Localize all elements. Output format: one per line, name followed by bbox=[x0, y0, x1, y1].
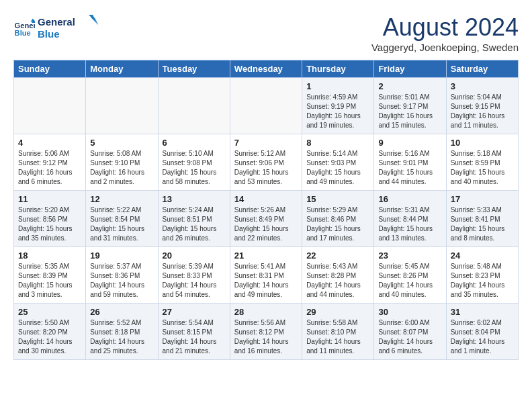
logo-text: General Blue bbox=[38, 13, 98, 43]
day-content: Sunrise: 5:41 AM Sunset: 8:31 PM Dayligh… bbox=[234, 262, 298, 300]
day-content: Sunrise: 5:26 AM Sunset: 8:49 PM Dayligh… bbox=[234, 205, 298, 243]
calendar-day-cell: 22Sunrise: 5:43 AM Sunset: 8:28 PM Dayli… bbox=[302, 247, 374, 304]
day-content: Sunrise: 5:29 AM Sunset: 8:46 PM Dayligh… bbox=[306, 205, 369, 243]
day-number: 14 bbox=[234, 194, 298, 204]
logo: General Blue General Blue bbox=[13, 13, 98, 43]
month-title: August 2024 bbox=[371, 13, 519, 42]
day-content: Sunrise: 5:45 AM Sunset: 8:26 PM Dayligh… bbox=[378, 262, 441, 300]
weekday-header-saturday: Saturday bbox=[446, 60, 518, 78]
calendar-day-cell: 28Sunrise: 5:56 AM Sunset: 8:12 PM Dayli… bbox=[230, 304, 302, 360]
day-content: Sunrise: 5:01 AM Sunset: 9:17 PM Dayligh… bbox=[378, 93, 441, 130]
day-number: 4 bbox=[18, 138, 81, 148]
calendar-week-row: 4Sunrise: 5:06 AM Sunset: 9:12 PM Daylig… bbox=[14, 134, 519, 191]
day-content: Sunrise: 5:37 AM Sunset: 8:36 PM Dayligh… bbox=[90, 262, 153, 300]
weekday-header-monday: Monday bbox=[86, 60, 158, 78]
calendar-day-cell: 4Sunrise: 5:06 AM Sunset: 9:12 PM Daylig… bbox=[14, 134, 86, 191]
day-number: 20 bbox=[163, 250, 226, 261]
day-content: Sunrise: 5:10 AM Sunset: 9:08 PM Dayligh… bbox=[163, 149, 226, 187]
calendar-day-cell: 26Sunrise: 5:52 AM Sunset: 8:18 PM Dayli… bbox=[86, 304, 158, 360]
day-number: 5 bbox=[90, 138, 153, 148]
svg-text:General: General bbox=[38, 16, 75, 28]
day-content: Sunrise: 5:52 AM Sunset: 8:18 PM Dayligh… bbox=[90, 318, 153, 356]
day-content: Sunrise: 5:50 AM Sunset: 8:20 PM Dayligh… bbox=[18, 318, 81, 356]
calendar-week-row: 25Sunrise: 5:50 AM Sunset: 8:20 PM Dayli… bbox=[14, 304, 519, 360]
svg-marker-7 bbox=[91, 17, 98, 26]
day-content: Sunrise: 5:14 AM Sunset: 9:03 PM Dayligh… bbox=[306, 149, 369, 187]
day-content: Sunrise: 5:31 AM Sunset: 8:44 PM Dayligh… bbox=[378, 205, 441, 243]
calendar-day-cell: 16Sunrise: 5:31 AM Sunset: 8:44 PM Dayli… bbox=[374, 191, 446, 247]
day-number: 26 bbox=[90, 307, 153, 317]
calendar-table: SundayMondayTuesdayWednesdayThursdayFrid… bbox=[13, 60, 519, 360]
calendar-day-cell: 14Sunrise: 5:26 AM Sunset: 8:49 PM Dayli… bbox=[230, 191, 302, 247]
day-content: Sunrise: 5:24 AM Sunset: 8:51 PM Dayligh… bbox=[163, 205, 226, 243]
day-content: Sunrise: 5:08 AM Sunset: 9:10 PM Dayligh… bbox=[90, 149, 153, 187]
calendar-week-row: 1Sunrise: 4:59 AM Sunset: 9:19 PM Daylig… bbox=[14, 78, 519, 134]
title-block: August 2024 Vaggeryd, Joenkoeping, Swede… bbox=[371, 13, 519, 53]
day-content: Sunrise: 4:59 AM Sunset: 9:19 PM Dayligh… bbox=[306, 93, 369, 130]
calendar-day-cell: 29Sunrise: 5:58 AM Sunset: 8:10 PM Dayli… bbox=[302, 304, 374, 360]
calendar-day-cell: 27Sunrise: 5:54 AM Sunset: 8:15 PM Dayli… bbox=[158, 304, 230, 360]
day-number: 30 bbox=[378, 307, 441, 317]
svg-text:Blue: Blue bbox=[38, 28, 60, 40]
weekday-header-sunday: Sunday bbox=[14, 60, 86, 78]
calendar-day-cell: 13Sunrise: 5:24 AM Sunset: 8:51 PM Dayli… bbox=[158, 191, 230, 247]
day-number: 10 bbox=[451, 138, 514, 148]
day-content: Sunrise: 5:58 AM Sunset: 8:10 PM Dayligh… bbox=[306, 318, 369, 356]
day-number: 1 bbox=[306, 81, 369, 91]
calendar-day-cell: 30Sunrise: 6:00 AM Sunset: 8:07 PM Dayli… bbox=[374, 304, 446, 360]
day-number: 9 bbox=[378, 138, 441, 148]
calendar-day-cell: 10Sunrise: 5:18 AM Sunset: 8:59 PM Dayli… bbox=[446, 134, 518, 191]
day-content: Sunrise: 5:12 AM Sunset: 9:06 PM Dayligh… bbox=[234, 149, 298, 187]
day-number: 2 bbox=[378, 81, 441, 91]
calendar-day-cell: 20Sunrise: 5:39 AM Sunset: 8:33 PM Dayli… bbox=[158, 247, 230, 304]
day-number: 28 bbox=[234, 307, 298, 317]
location-subtitle: Vaggeryd, Joenkoeping, Sweden bbox=[371, 42, 519, 53]
day-content: Sunrise: 5:20 AM Sunset: 8:56 PM Dayligh… bbox=[18, 205, 81, 243]
calendar-day-cell: 18Sunrise: 5:35 AM Sunset: 8:39 PM Dayli… bbox=[14, 247, 86, 304]
day-content: Sunrise: 5:22 AM Sunset: 8:54 PM Dayligh… bbox=[90, 205, 153, 243]
page-header: General Blue General Blue August 2024 Va… bbox=[13, 13, 519, 53]
day-content: Sunrise: 5:33 AM Sunset: 8:41 PM Dayligh… bbox=[451, 205, 514, 243]
day-content: Sunrise: 5:06 AM Sunset: 9:12 PM Dayligh… bbox=[18, 149, 81, 187]
calendar-day-cell: 19Sunrise: 5:37 AM Sunset: 8:36 PM Dayli… bbox=[86, 247, 158, 304]
day-number: 13 bbox=[163, 194, 226, 204]
day-content: Sunrise: 5:56 AM Sunset: 8:12 PM Dayligh… bbox=[234, 318, 298, 356]
calendar-day-cell: 8Sunrise: 5:14 AM Sunset: 9:03 PM Daylig… bbox=[302, 134, 374, 191]
calendar-day-cell: 3Sunrise: 5:04 AM Sunset: 9:15 PM Daylig… bbox=[446, 78, 518, 134]
weekday-header-tuesday: Tuesday bbox=[158, 60, 230, 78]
day-content: Sunrise: 5:54 AM Sunset: 8:15 PM Dayligh… bbox=[163, 318, 226, 356]
calendar-day-cell: 15Sunrise: 5:29 AM Sunset: 8:46 PM Dayli… bbox=[302, 191, 374, 247]
day-number: 3 bbox=[451, 81, 514, 91]
weekday-header-thursday: Thursday bbox=[302, 60, 374, 78]
calendar-day-cell: 21Sunrise: 5:41 AM Sunset: 8:31 PM Dayli… bbox=[230, 247, 302, 304]
day-number: 31 bbox=[451, 307, 514, 317]
day-number: 19 bbox=[90, 250, 153, 261]
day-number: 11 bbox=[18, 194, 81, 204]
day-number: 23 bbox=[378, 250, 441, 261]
calendar-day-cell: 23Sunrise: 5:45 AM Sunset: 8:26 PM Dayli… bbox=[374, 247, 446, 304]
day-number: 12 bbox=[90, 194, 153, 204]
calendar-day-cell: 31Sunrise: 6:02 AM Sunset: 8:04 PM Dayli… bbox=[446, 304, 518, 360]
day-content: Sunrise: 5:43 AM Sunset: 8:28 PM Dayligh… bbox=[306, 262, 369, 300]
day-number: 8 bbox=[306, 138, 369, 148]
day-number: 27 bbox=[163, 307, 226, 317]
day-content: Sunrise: 5:39 AM Sunset: 8:33 PM Dayligh… bbox=[163, 262, 226, 300]
day-number: 15 bbox=[306, 194, 369, 204]
calendar-day-cell: 24Sunrise: 5:48 AM Sunset: 8:23 PM Dayli… bbox=[446, 247, 518, 304]
calendar-day-cell: 11Sunrise: 5:20 AM Sunset: 8:56 PM Dayli… bbox=[14, 191, 86, 247]
weekday-header-wednesday: Wednesday bbox=[230, 60, 302, 78]
logo-icon: General Blue bbox=[13, 17, 35, 39]
day-number: 29 bbox=[306, 307, 369, 317]
calendar-day-cell: 25Sunrise: 5:50 AM Sunset: 8:20 PM Dayli… bbox=[14, 304, 86, 360]
calendar-week-row: 18Sunrise: 5:35 AM Sunset: 8:39 PM Dayli… bbox=[14, 247, 519, 304]
calendar-week-row: 11Sunrise: 5:20 AM Sunset: 8:56 PM Dayli… bbox=[14, 191, 519, 247]
weekday-header-friday: Friday bbox=[374, 60, 446, 78]
weekday-header-row: SundayMondayTuesdayWednesdayThursdayFrid… bbox=[14, 60, 519, 78]
day-number: 24 bbox=[451, 250, 514, 261]
day-number: 18 bbox=[18, 250, 81, 261]
calendar-day-cell: 2Sunrise: 5:01 AM Sunset: 9:17 PM Daylig… bbox=[374, 78, 446, 134]
empty-day-cell bbox=[158, 78, 230, 134]
day-number: 6 bbox=[163, 138, 226, 148]
calendar-day-cell: 9Sunrise: 5:16 AM Sunset: 9:01 PM Daylig… bbox=[374, 134, 446, 191]
day-content: Sunrise: 5:18 AM Sunset: 8:59 PM Dayligh… bbox=[451, 149, 514, 187]
